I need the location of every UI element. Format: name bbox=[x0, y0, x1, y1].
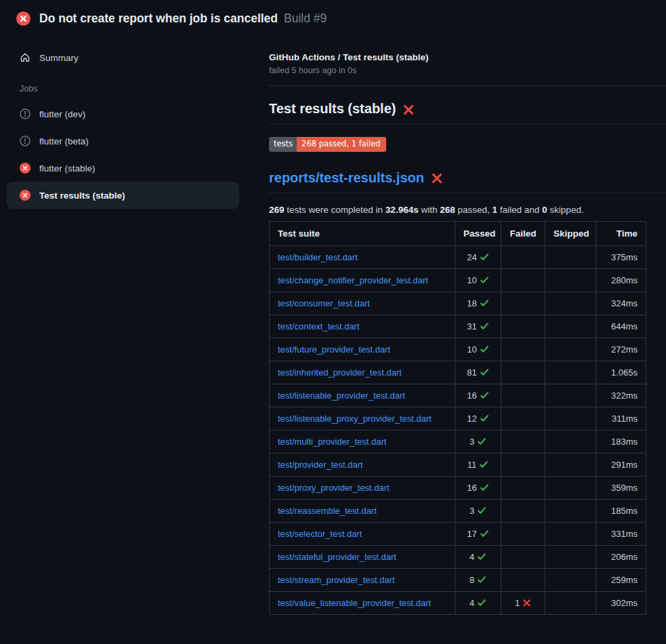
table-row: test/value_listenable_provider_test.dart… bbox=[270, 591, 646, 614]
check-run-title: GitHub Actions / Test results (stable) bbox=[269, 52, 666, 62]
skipped-cell bbox=[545, 361, 596, 384]
main-content: GitHub Actions / Test results (stable) f… bbox=[269, 33, 666, 615]
passed-cell: 17 bbox=[455, 522, 501, 545]
test-suite-link[interactable]: test/builder_test.dart bbox=[278, 252, 358, 262]
failed-cell bbox=[501, 315, 545, 338]
table-row: test/change_notifier_provider_test.dart … bbox=[270, 268, 646, 291]
passed-cell: 10 bbox=[455, 338, 501, 361]
test-suite-link[interactable]: test/reassemble_test.dart bbox=[278, 506, 377, 516]
badge-value: 268 passed, 1 failed bbox=[297, 137, 386, 152]
passed-value: 8 bbox=[470, 575, 474, 585]
test-suite-link[interactable]: test/context_test.dart bbox=[278, 321, 360, 331]
test-suite-link[interactable]: test/stream_provider_test.dart bbox=[278, 575, 395, 585]
time-cell: 311ms bbox=[596, 407, 646, 430]
test-suite-link[interactable]: test/listenable_proxy_provider_test.dart bbox=[278, 414, 432, 424]
failed-cell bbox=[501, 430, 545, 453]
report-file-link[interactable]: reports/test-results.json bbox=[269, 170, 424, 186]
failed-cell bbox=[501, 384, 545, 407]
check-run-output: Test results (stable) tests 268 passed, … bbox=[269, 101, 666, 615]
passed-value: 3 bbox=[470, 506, 474, 516]
suite-cell: test/future_provider_test.dart bbox=[270, 338, 455, 361]
passed-cell: 12 bbox=[455, 407, 501, 430]
passed-cell: 3 bbox=[455, 499, 501, 522]
passed-cell: 16 bbox=[455, 384, 501, 407]
table-row: test/context_test.dart 31 644ms bbox=[270, 315, 646, 338]
skipped-cell bbox=[545, 268, 596, 291]
sidebar-item-flutter-stable[interactable]: flutter (stable) bbox=[7, 155, 239, 182]
test-suite-link[interactable]: test/provider_test.dart bbox=[278, 460, 363, 470]
table-row: test/provider_test.dart 11 291ms bbox=[270, 453, 646, 476]
test-suite-link[interactable]: test/listenable_provider_test.dart bbox=[278, 390, 405, 401]
passed-cell: 24 bbox=[455, 245, 501, 268]
passed-value: 10 bbox=[467, 275, 476, 285]
check-icon bbox=[477, 552, 486, 561]
skipped-count: 0 bbox=[542, 205, 547, 215]
suite-cell: test/consumer_test.dart bbox=[270, 291, 455, 315]
duration: 32.964s bbox=[386, 205, 419, 215]
test-suite-link[interactable]: test/proxy_provider_test.dart bbox=[278, 483, 390, 493]
test-suite-link[interactable]: test/multi_provider_test.dart bbox=[278, 437, 386, 447]
sidebar-item-test-results-stable[interactable]: Test results (stable) bbox=[7, 182, 239, 209]
total-count: 269 bbox=[269, 205, 285, 215]
suite-cell: test/context_test.dart bbox=[270, 315, 455, 338]
test-suite-link[interactable]: test/stateful_provider_test.dart bbox=[278, 552, 396, 562]
passed-cell: 31 bbox=[455, 315, 501, 338]
time-cell: 185ms bbox=[596, 499, 646, 522]
passed-cell: 10 bbox=[455, 268, 501, 291]
home-icon bbox=[20, 52, 30, 63]
time-cell: 259ms bbox=[596, 568, 646, 591]
test-suite-link[interactable]: test/inherited_provider_test.dart bbox=[278, 367, 402, 378]
passed-cell: 18 bbox=[455, 291, 501, 315]
run-title: Do not create report when job is cancell… bbox=[39, 12, 278, 26]
skipped-cell bbox=[545, 430, 596, 453]
failed-value: 1 bbox=[515, 598, 520, 608]
time-cell: 322ms bbox=[596, 384, 646, 407]
table-row: test/selector_test.dart 17 331ms bbox=[270, 522, 646, 545]
check-icon bbox=[480, 275, 489, 285]
skipped-cell bbox=[545, 384, 596, 407]
test-suite-link[interactable]: test/change_notifier_provider_test.dart bbox=[278, 275, 428, 285]
failed-count: 1 bbox=[493, 205, 498, 215]
failed-cell bbox=[501, 476, 545, 499]
test-suite-link[interactable]: test/value_listenable_provider_test.dart bbox=[278, 598, 431, 608]
failed-cell bbox=[501, 338, 545, 361]
summary-text: skipped. bbox=[547, 205, 584, 215]
sidebar-item-flutter-beta[interactable]: flutter (beta) bbox=[7, 127, 239, 155]
skipped-cell bbox=[545, 291, 596, 315]
table-row: test/inherited_provider_test.dart 81 1.0… bbox=[270, 361, 646, 384]
passed-cell: 4 bbox=[455, 591, 501, 614]
check-icon bbox=[479, 460, 488, 469]
passed-value: 16 bbox=[467, 390, 476, 401]
suite-cell: test/stateful_provider_test.dart bbox=[270, 545, 455, 568]
summary-text: failed and bbox=[497, 205, 542, 215]
test-suite-link[interactable]: test/future_provider_test.dart bbox=[278, 344, 390, 355]
job-label: flutter (stable) bbox=[39, 163, 96, 174]
test-suite-link[interactable]: test/selector_test.dart bbox=[278, 529, 362, 539]
summary-line: 269 tests were completed in 32.964s with… bbox=[269, 205, 666, 215]
skipped-cell bbox=[545, 522, 596, 545]
check-run-header: GitHub Actions / Test results (stable) f… bbox=[269, 52, 666, 75]
table-row: test/builder_test.dart 24 375ms bbox=[270, 245, 646, 268]
check-icon bbox=[477, 598, 486, 607]
failed-x-icon bbox=[402, 104, 415, 116]
failed-cell bbox=[501, 407, 545, 430]
passed-value: 16 bbox=[467, 483, 476, 493]
table-row: test/listenable_proxy_provider_test.dart… bbox=[270, 407, 646, 430]
check-run-meta: failed 5 hours ago in 0s bbox=[269, 66, 666, 75]
time-cell: 206ms bbox=[596, 545, 646, 568]
sidebar-item-flutter-dev[interactable]: flutter (dev) bbox=[7, 100, 239, 127]
skipped-cell bbox=[545, 407, 596, 430]
job-label: flutter (beta) bbox=[39, 136, 89, 146]
test-suite-link[interactable]: test/consumer_test.dart bbox=[278, 298, 370, 308]
table-row: test/consumer_test.dart 18 324ms bbox=[270, 291, 646, 315]
time-cell: 324ms bbox=[596, 291, 646, 315]
report-heading: Test results (stable) bbox=[269, 101, 666, 124]
passed-cell: 3 bbox=[455, 430, 501, 453]
passed-count: 268 bbox=[440, 205, 455, 215]
test-results-table: Test suite Passed Failed Skipped Time te… bbox=[269, 221, 646, 615]
run-header: Do not create report when job is cancell… bbox=[0, 0, 666, 33]
sidebar-item-summary[interactable]: Summary bbox=[7, 44, 239, 71]
job-label: Test results (stable) bbox=[39, 190, 125, 201]
passed-cell: 11 bbox=[455, 453, 501, 476]
build-number: Build #9 bbox=[284, 12, 327, 26]
